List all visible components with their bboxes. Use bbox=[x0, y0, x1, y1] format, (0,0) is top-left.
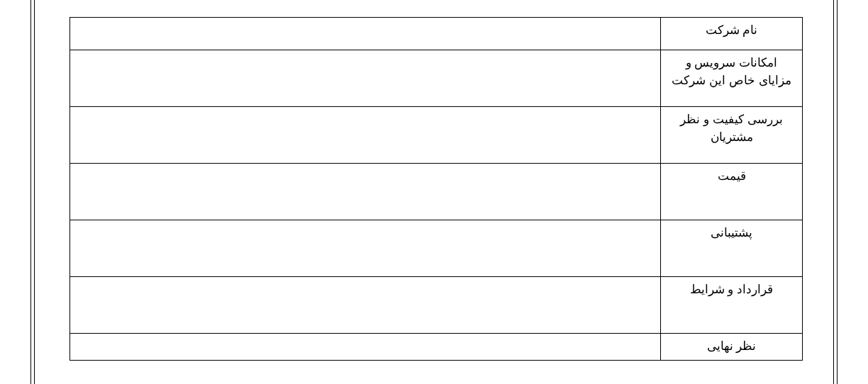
table-row: قرارداد و شرایط bbox=[70, 277, 803, 334]
page-border-left-inner bbox=[34, 0, 35, 384]
row-label: قیمت bbox=[661, 164, 803, 220]
company-evaluation-table: نام شرکت امکانات سرویس و مزایای خاص این … bbox=[69, 17, 803, 361]
page-wrapper: نام شرکت امکانات سرویس و مزایای خاص این … bbox=[0, 0, 868, 384]
row-value bbox=[70, 220, 661, 277]
row-label: قرارداد و شرایط bbox=[661, 277, 803, 334]
table-row: قیمت bbox=[70, 164, 803, 220]
table-row: بررسی کیفیت و نظر مشتریان bbox=[70, 107, 803, 164]
row-label: پشتیبانی bbox=[661, 220, 803, 277]
row-label: نظر نهایی bbox=[661, 334, 803, 361]
table-row: امکانات سرویس و مزایای خاص این شرکت bbox=[70, 50, 803, 107]
row-label: بررسی کیفیت و نظر مشتریان bbox=[661, 107, 803, 164]
row-label: امکانات سرویس و مزایای خاص این شرکت bbox=[661, 50, 803, 107]
row-value bbox=[70, 334, 661, 361]
table-row: نظر نهایی bbox=[70, 334, 803, 361]
table-row: نام شرکت bbox=[70, 18, 803, 50]
row-value bbox=[70, 18, 661, 50]
row-value bbox=[70, 107, 661, 164]
table-row: پشتیبانی bbox=[70, 220, 803, 277]
page-border-left-outer bbox=[30, 0, 31, 384]
page-border-right-outer bbox=[837, 0, 838, 384]
row-value bbox=[70, 164, 661, 220]
row-label: نام شرکت bbox=[661, 18, 803, 50]
row-value bbox=[70, 50, 661, 107]
row-value bbox=[70, 277, 661, 334]
page-border-right-inner bbox=[833, 0, 834, 384]
